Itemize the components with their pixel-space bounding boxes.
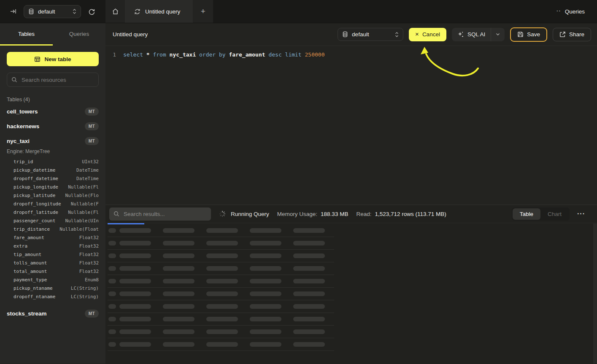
topbar-database-select[interactable]: default xyxy=(24,5,81,18)
skeleton-cell xyxy=(250,291,281,296)
query-status-text: Running Query xyxy=(231,211,269,217)
column-row: extraFloat32 xyxy=(14,242,99,251)
column-type: Nullable(Fl xyxy=(68,183,99,191)
skeleton-cell xyxy=(206,291,238,296)
sql-ai-button: SQL AI xyxy=(452,28,505,41)
skeleton-cell xyxy=(250,304,281,309)
skeleton-cell xyxy=(293,228,325,233)
save-button[interactable]: Save xyxy=(510,27,547,42)
skeleton-cell xyxy=(163,304,194,309)
database-select-value: default xyxy=(352,31,391,38)
skeleton-cell xyxy=(206,342,238,347)
column-type: DateTime xyxy=(76,175,99,183)
table-row[interactable]: nyc_taxiMT xyxy=(7,134,99,148)
sparkle-icon xyxy=(457,31,464,38)
search-icon xyxy=(113,211,119,217)
skeleton-cell xyxy=(163,253,194,258)
editor-database-select[interactable]: default xyxy=(338,28,403,41)
skeleton-cell xyxy=(250,317,281,321)
column-type: LC(String) xyxy=(71,284,99,293)
skeleton-row xyxy=(108,237,334,250)
sql-token-keyword: from xyxy=(153,51,166,58)
skeleton-cell xyxy=(293,291,325,296)
results-scrollbar[interactable] xyxy=(593,224,597,364)
skeleton-cell xyxy=(206,241,238,245)
skeleton-cell xyxy=(119,279,151,283)
query-toolbar: default × Cancel xyxy=(338,27,591,42)
column-row: payment_typeEnum8 xyxy=(14,276,99,284)
sidebar-toggle-button[interactable] xyxy=(9,7,17,16)
toggle-chart[interactable]: Chart xyxy=(540,208,569,220)
share-button[interactable]: Share xyxy=(553,28,591,41)
tab-label: Untitled query xyxy=(145,8,180,15)
skeleton-cell xyxy=(119,228,151,233)
table-row[interactable]: stocks_streamMT xyxy=(7,306,99,321)
chevron-up-down-icon xyxy=(395,32,399,38)
skeleton-cell xyxy=(163,266,194,271)
skeleton-cell xyxy=(108,228,116,233)
query-header: Untitled query default xyxy=(105,23,597,46)
column-type: Float32 xyxy=(79,267,99,276)
cancel-button[interactable]: × Cancel xyxy=(409,28,446,41)
table-row[interactable]: cell_towersMT xyxy=(7,104,99,119)
new-tab-button[interactable]: + xyxy=(193,0,213,23)
read-label: Read: xyxy=(356,211,371,217)
column-name: dropoff_latitude xyxy=(14,208,58,217)
skeleton-cell xyxy=(108,304,116,309)
skeleton-cell xyxy=(206,317,238,321)
search-icon xyxy=(11,77,17,83)
column-row: dropoff_datetimeDateTime xyxy=(14,175,99,183)
tab-untitled-query[interactable]: Untitled query xyxy=(125,0,193,23)
results-status-bar: Running Query Memory Usage: 188.33 MB Re… xyxy=(105,205,597,223)
skeleton-cell xyxy=(293,317,325,321)
ellipsis-icon: ··· xyxy=(577,210,585,217)
column-row: passenger_countNullable(UIn xyxy=(14,217,99,225)
sidebar-tab-queries[interactable]: Queries xyxy=(53,23,105,46)
sidebar-tab-tables[interactable]: Tables xyxy=(0,23,53,46)
sql-token-ident: * xyxy=(146,51,150,58)
queries-link-label: Queries xyxy=(565,8,585,15)
table-engine-badge: MT xyxy=(85,310,99,318)
save-label: Save xyxy=(527,31,540,38)
arrow-to-bar-icon xyxy=(10,8,16,15)
database-icon xyxy=(342,31,348,38)
table-engine-badge: MT xyxy=(85,122,99,130)
column-row: pickup_datetimeDateTime xyxy=(14,166,99,175)
column-row: trip_distanceNullable(Float xyxy=(14,225,99,234)
table-row[interactable]: hackernewsMT xyxy=(7,119,99,134)
column-name: passenger_count xyxy=(14,217,55,225)
column-row: total_amountFloat32 xyxy=(14,267,99,276)
refresh-connection-button[interactable] xyxy=(87,7,96,16)
new-table-button[interactable]: New table xyxy=(7,52,99,66)
sql-editor[interactable]: 1 select * from nyc_taxi order by fare_a… xyxy=(105,46,597,205)
skeleton-row xyxy=(108,300,334,313)
skeleton-cell xyxy=(119,253,151,258)
skeleton-row xyxy=(108,250,334,262)
column-name: dropoff_longitude xyxy=(14,200,61,208)
skeleton-cell xyxy=(206,304,238,309)
read-value: 1,523,712 rows (113.71 MB) xyxy=(375,211,446,217)
search-results-input[interactable] xyxy=(123,210,207,218)
results-search xyxy=(109,208,211,221)
column-type: Nullable(Fl xyxy=(68,208,99,217)
sql-token-keyword: limit xyxy=(285,51,302,58)
column-name: pickup_datetime xyxy=(14,166,55,175)
queries-link[interactable]: ·· Queries xyxy=(556,0,597,23)
tab-home[interactable] xyxy=(105,0,125,23)
skeleton-row xyxy=(108,288,334,300)
column-type: LC(String) xyxy=(71,293,99,301)
sql-ai-dropdown[interactable] xyxy=(491,28,505,41)
column-name: extra xyxy=(14,242,27,251)
topbar-left: default xyxy=(0,0,105,23)
skeleton-cell xyxy=(108,266,116,271)
skeleton-cell xyxy=(206,253,238,258)
toggle-table[interactable]: Table xyxy=(513,208,540,220)
sql-ai-main[interactable]: SQL AI xyxy=(452,28,491,41)
skeleton-cell xyxy=(108,241,116,245)
database-select-value: default xyxy=(38,8,69,15)
more-options-button[interactable]: ··· xyxy=(575,210,588,218)
tables-section-label: Tables (4) xyxy=(7,97,99,102)
sql-token-ident: fare_amount xyxy=(229,51,265,58)
search-resources-input[interactable] xyxy=(21,76,94,84)
tab-strip: Untitled query + xyxy=(105,0,213,23)
